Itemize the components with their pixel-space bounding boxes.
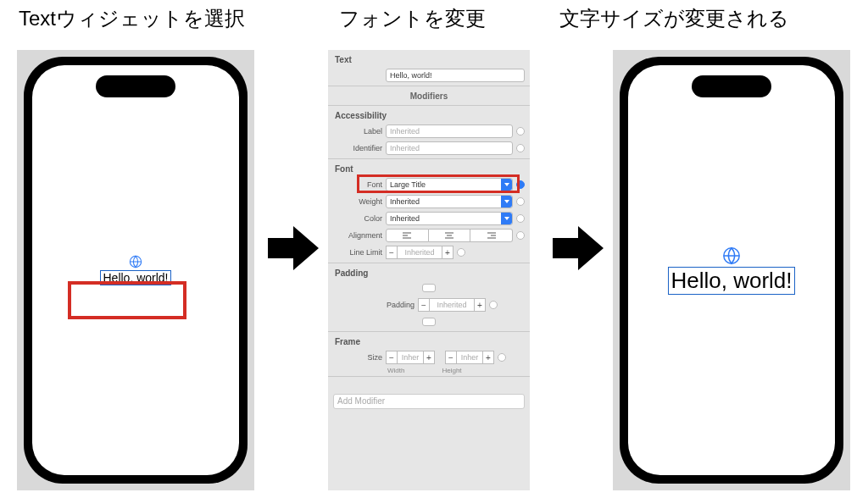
stepper-value: Inher: [398, 351, 423, 364]
stepper-minus-button[interactable]: −: [386, 246, 398, 259]
align-left-button[interactable]: [386, 229, 429, 242]
section-padding-header: Padding: [328, 263, 530, 280]
stepper-minus-button[interactable]: −: [418, 298, 430, 312]
stepper-minus-button[interactable]: −: [445, 351, 457, 364]
stepper-plus-button[interactable]: +: [423, 351, 435, 364]
stepper-plus-button[interactable]: +: [482, 351, 494, 364]
globe-icon: [129, 255, 142, 268]
phone-notch: [96, 75, 175, 97]
alignment-segmented[interactable]: [386, 229, 513, 242]
caption-step1: Textウィジェットを選択: [19, 5, 245, 32]
accessibility-identifier-input[interactable]: Inherited: [386, 141, 513, 155]
label-line-limit: Line Limit: [328, 248, 382, 257]
section-modifiers-header: Modifiers: [328, 86, 530, 103]
label-height-sub: Height: [442, 367, 461, 374]
indicator-dot: [516, 214, 525, 223]
stepper-value: Inherited: [430, 298, 474, 312]
width-stepper[interactable]: − Inher +: [386, 351, 435, 364]
label-label: Label: [328, 127, 382, 136]
section-accessibility-header: Accessibility: [328, 106, 530, 123]
color-select[interactable]: Inherited: [386, 212, 513, 225]
indicator-dot: [516, 197, 525, 206]
section-text-header: Text: [328, 50, 530, 67]
padding-thumb-bottom[interactable]: [422, 318, 436, 326]
indicator-dot: [457, 248, 465, 257]
label-size: Size: [328, 353, 382, 362]
indicator-dot: [498, 353, 506, 362]
stepper-value: Inher: [457, 351, 482, 364]
label-color: Color: [328, 214, 382, 223]
indicator-dot: [516, 127, 525, 136]
label-padding: Padding: [360, 301, 415, 309]
caption-step3: 文字サイズが変更される: [559, 5, 789, 32]
stepper-value: Inherited: [398, 246, 442, 259]
align-right-button[interactable]: [470, 229, 513, 242]
indicator-dot: [516, 231, 525, 240]
globe-icon: [722, 246, 741, 265]
indicator-dot: [489, 301, 498, 309]
indicator-dot-active: [516, 180, 525, 189]
stepper-plus-button[interactable]: +: [442, 246, 453, 259]
label-weight: Weight: [328, 197, 382, 206]
padding-stepper[interactable]: − Inherited +: [418, 298, 486, 312]
phone-screen: Hello, world!: [628, 65, 835, 475]
indicator-dot: [516, 144, 525, 152]
label-width-sub: Width: [387, 367, 404, 374]
align-center-button[interactable]: [429, 229, 471, 242]
label-font: Font: [328, 180, 382, 189]
caption-step2: フォントを変更: [339, 5, 486, 32]
phone-body: Hello, world!: [620, 57, 843, 484]
phone-preview-before: Hello, world!: [17, 50, 254, 490]
stepper-minus-button[interactable]: −: [386, 351, 398, 364]
weight-select[interactable]: Inherited: [386, 195, 513, 208]
chevron-down-icon: [501, 213, 512, 224]
section-font-header: Font: [328, 159, 530, 176]
phone-notch: [692, 75, 771, 97]
font-select[interactable]: Large Title: [386, 178, 513, 191]
stepper-plus-button[interactable]: +: [474, 298, 486, 312]
arrow-icon: [268, 224, 319, 275]
selection-highlight: [68, 281, 186, 319]
chevron-down-icon: [501, 179, 512, 191]
text-value-input[interactable]: Hello, world!: [386, 69, 525, 82]
phone-preview-after: Hello, world!: [613, 50, 850, 490]
phone-screen: Hello, world!: [32, 65, 239, 475]
add-modifier-input[interactable]: Add Modifier: [333, 394, 525, 409]
arrow-icon: [553, 224, 604, 275]
section-frame-header: Frame: [328, 332, 530, 349]
chevron-down-icon: [501, 196, 512, 208]
text-widget-after[interactable]: Hello, world!: [668, 246, 794, 295]
accessibility-label-input[interactable]: Inherited: [386, 125, 513, 138]
line-limit-stepper[interactable]: − Inherited +: [386, 246, 453, 259]
label-alignment: Alignment: [328, 231, 382, 240]
height-stepper[interactable]: − Inher +: [445, 351, 494, 364]
padding-thumb-top[interactable]: [422, 284, 436, 292]
padding-control[interactable]: Padding − Inherited +: [328, 280, 530, 329]
attributes-inspector: Text Hello, world! Modifiers Accessibili…: [328, 50, 530, 490]
label-identifier: Identifier: [328, 144, 382, 152]
text-widget-label: Hello, world!: [668, 267, 794, 295]
phone-body: Hello, world!: [24, 57, 248, 484]
